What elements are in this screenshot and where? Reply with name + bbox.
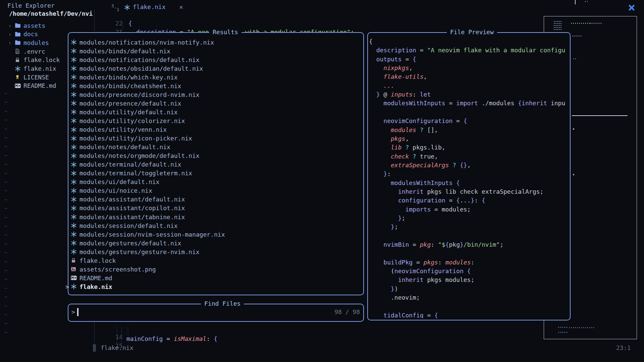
result-item[interactable]: modules/gestures/gesture-nvim.nix [65, 247, 200, 256]
telescope-prompt-window[interactable]: Find Files > 98 / 98 [68, 304, 364, 322]
result-item[interactable]: modules/notifications/nvim-notify.nix [65, 38, 214, 47]
result-item[interactable]: modules/assistant/default.nix [65, 195, 185, 204]
result-item-label: modules/presence/discord-nvim.nix [79, 91, 200, 98]
results-title: Results [209, 28, 241, 36]
statusline-position: 23:1 [616, 344, 631, 351]
result-item-label: modules/terminal/default.nix [79, 161, 181, 168]
result-item-label: modules/binds/cheatsheet.nix [79, 82, 181, 89]
preview-code-line: lib ? pkgs.lib, [369, 144, 445, 153]
result-item-label: modules/presence/default.nix [79, 100, 181, 107]
result-item[interactable]: modules/notes/default.nix [65, 143, 170, 152]
result-item-label: modules/utility/default.nix [79, 109, 178, 116]
result-item-label: modules/notifications/nvim-notify.nix [79, 39, 214, 46]
window-separator[interactable] [94, 321, 95, 343]
empty-line-tilde: ~ [4, 312, 7, 320]
result-item-label: modules/notes/obsidian/default.nix [79, 65, 203, 72]
result-item[interactable]: modules/terminal/default.nix [65, 160, 181, 169]
tree-item-flake.lock[interactable]: flake.lock [8, 56, 60, 64]
result-item[interactable]: modules/binds/cheatsheet.nix [65, 81, 181, 90]
result-item[interactable]: modules/ui/default.nix [65, 178, 159, 186]
empty-line-tilde: ~ [4, 294, 7, 303]
minimap-code-dots [590, 22, 601, 24]
nix-icon [71, 231, 78, 237]
result-item[interactable]: modules/ui/noice.nix [65, 186, 152, 195]
nix-icon [71, 109, 78, 115]
result-item[interactable]: modules/binds/default.nix [65, 47, 170, 55]
result-item-label: README.md [79, 275, 112, 282]
result-item[interactable]: modules/binds/which-key.nix [65, 73, 178, 81]
minimap-viewport-indicator[interactable] [572, 115, 628, 116]
tree-item-flake.nix[interactable]: flake.nix [8, 64, 56, 73]
result-item[interactable]: modules/session/default.nix [65, 221, 178, 230]
result-item[interactable]: modules/utility/venn.nix [65, 125, 167, 134]
tree-item-docs[interactable]: ›docs [8, 30, 38, 39]
chevron-right-icon: › [8, 31, 15, 38]
editor-line: 14 [101, 326, 123, 335]
explorer-root-path[interactable]: /home/notashelf/Dev/nvi [9, 10, 93, 17]
result-item[interactable]: modules/gestures/default.nix [65, 239, 181, 247]
result-item[interactable]: flake.lock [65, 256, 116, 265]
tree-item-README.md[interactable]: README.md [8, 81, 56, 90]
neovim-screen: { "colors": { "background": "#0a0c12", "… [0, 0, 644, 362]
result-item-label: modules/gestures/gesture-nvim.nix [79, 248, 200, 255]
nix-icon [71, 162, 78, 168]
nix-icon [71, 83, 78, 89]
nix-icon [124, 4, 131, 10]
tree-item-assets[interactable]: ›assets [8, 21, 45, 30]
window-close-icon[interactable] [628, 4, 635, 11]
result-item[interactable]: modules/notes/obsidian/default.nix [65, 64, 203, 73]
result-item-label: modules/ui/noice.nix [79, 187, 152, 194]
nix-icon [71, 48, 78, 54]
file-preview-window: File Preview { description = "A neovim f… [367, 32, 571, 320]
result-item[interactable]: modules/session/nvim-session-manager.nix [65, 230, 225, 239]
result-item[interactable]: modules/presence/discord-nvim.nix [65, 90, 200, 99]
tree-item-label: .envrc [23, 48, 45, 55]
nix-icon [71, 170, 78, 176]
result-item[interactable]: modules/assistant/copilot.nix [65, 204, 185, 213]
result-item[interactable]: modules/presence/default.nix [65, 99, 181, 108]
nix-icon [71, 205, 78, 211]
text-cursor[interactable] [77, 308, 78, 316]
result-item[interactable]: assets/screenshot.png [65, 265, 156, 274]
result-item-label: modules/ui/default.nix [79, 178, 159, 185]
preview-code-line: check ? true, [369, 153, 438, 162]
empty-line-tilde: ~ [4, 267, 7, 276]
result-item[interactable]: modules/terminal/toggleterm.nix [65, 169, 192, 178]
preview-code-line: nvimBin = pkg: "${pkg}/bin/nvim"; [369, 241, 503, 250]
prompt-caret: > [71, 308, 75, 315]
result-item[interactable]: modules/utility/colorizer.nix [65, 116, 185, 125]
result-item[interactable]: README.md [65, 274, 112, 282]
tree-item-.envrc[interactable]: .envrc [8, 47, 45, 56]
window-separator[interactable] [94, 9, 95, 32]
tree-item-modules[interactable]: ›modules [8, 38, 49, 47]
result-item[interactable]: modules/utility/icon-picker.nix [65, 134, 192, 143]
result-item[interactable]: modules/notifications/default.nix [65, 55, 200, 64]
empty-line-tilde: ~ [4, 90, 7, 99]
nix-icon [15, 66, 22, 72]
preview-code-line: modulesWithInputs = import ./modules {in… [369, 100, 565, 108]
statusline-filename: flake.nix [101, 344, 133, 351]
preview-code-line: modules ? [], [369, 126, 438, 135]
result-item[interactable]: modules/notes/orgmode/default.nix [65, 152, 200, 160]
preview-code-line: imports = modules; [369, 206, 471, 215]
tree-item-LICENSE[interactable]: LICENSE [8, 73, 49, 81]
nix-icon [71, 39, 78, 45]
result-item-label: modules/notes/orgmode/default.nix [79, 152, 200, 159]
empty-line-tilde: ~ [4, 329, 7, 338]
tab-flake-nix[interactable]: flake.nix [133, 3, 166, 10]
result-item-selected[interactable]: >flake.nix [65, 282, 112, 291]
preview-code-line: }; [369, 223, 398, 232]
preview-code-line: tidalConfig = { [369, 312, 438, 318]
preview-code: { description = "A neovim flake with a m… [369, 38, 569, 318]
preview-code-line: pkgs, [369, 135, 409, 144]
markdown-icon [71, 275, 78, 281]
result-item[interactable]: modules/assistant/tabnine.nix [65, 213, 185, 221]
result-item-label: modules/assistant/copilot.nix [79, 204, 185, 212]
license-icon [15, 74, 22, 80]
tab-close-icon[interactable]: × [179, 3, 183, 11]
minimap-code-dots [558, 331, 567, 333]
result-item-label: flake.nix [79, 283, 112, 290]
image-icon [71, 266, 78, 272]
preview-code-line: (neovimConfiguration { [369, 267, 471, 276]
result-item[interactable]: modules/utility/default.nix [65, 108, 178, 116]
